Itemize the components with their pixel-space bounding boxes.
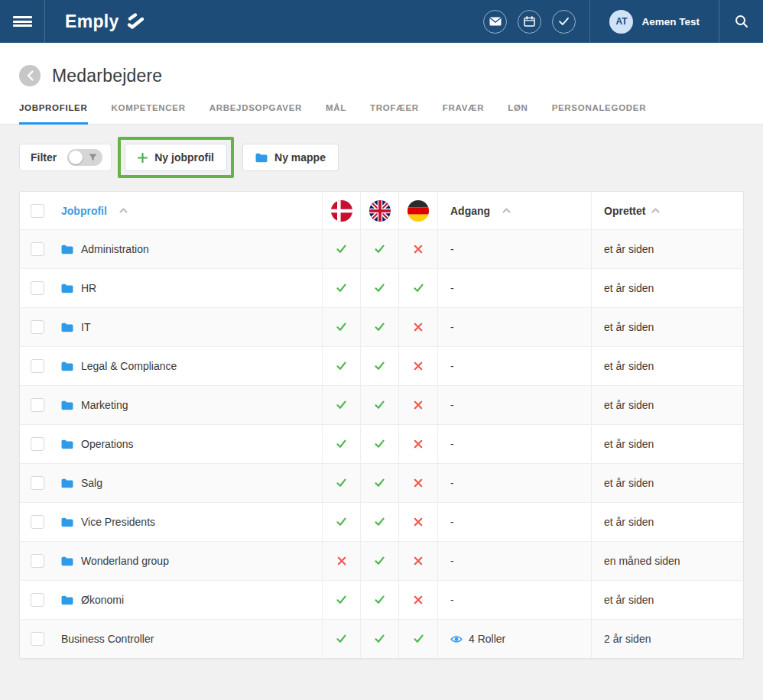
row-created: et år siden	[604, 282, 654, 294]
check-icon	[558, 17, 570, 26]
row-checkbox[interactable]	[31, 554, 44, 568]
row-label: Marketing	[81, 399, 128, 411]
row-checkbox[interactable]	[31, 242, 44, 256]
folder-icon	[61, 400, 73, 410]
new-jobprofile-button[interactable]: Ny jobprofil	[125, 144, 227, 171]
row-checkbox[interactable]	[31, 476, 44, 490]
calendar-icon	[524, 16, 535, 27]
hamburger-menu-button[interactable]	[0, 0, 44, 43]
mail-button[interactable]	[483, 10, 507, 34]
search-icon	[735, 15, 748, 28]
row-access: -	[450, 360, 454, 372]
row-checkbox[interactable]	[31, 398, 44, 412]
filter-toggle[interactable]	[67, 149, 102, 166]
check-icon	[336, 517, 346, 527]
row-created: et år siden	[604, 321, 654, 333]
language-status-uk	[360, 386, 398, 424]
funnel-icon	[89, 154, 97, 161]
tab-arbejdsopgaver[interactable]: ARBEJDSOPGAVER	[209, 103, 302, 125]
row-label: Økonomi	[81, 594, 124, 606]
table-row[interactable]: Vice Presidents - et år siden	[20, 502, 743, 541]
row-checkbox[interactable]	[31, 359, 44, 373]
row-access: -	[450, 399, 454, 411]
language-status-germany	[398, 581, 437, 619]
cross-icon	[414, 400, 423, 410]
jobprofiles-table: Jobprofil Adgang	[19, 191, 744, 659]
check-icon	[336, 284, 346, 293]
cross-icon	[414, 517, 423, 527]
avatar: AT	[609, 10, 633, 34]
row-label: Business Controller	[61, 633, 154, 645]
table-row[interactable]: IT - et år siden	[20, 307, 743, 346]
row-checkbox[interactable]	[31, 320, 44, 334]
language-status-germany	[398, 503, 437, 541]
language-status-germany	[398, 347, 437, 385]
back-button[interactable]	[19, 65, 41, 86]
language-status-germany	[398, 620, 437, 658]
tab-personalegoder[interactable]: PERSONALEGODER	[552, 103, 647, 125]
column-header-jobprofil[interactable]: Jobprofil	[54, 192, 322, 229]
row-checkbox[interactable]	[31, 632, 44, 646]
language-status-denmark	[322, 542, 360, 580]
tasks-button[interactable]	[552, 10, 576, 34]
language-status-germany	[398, 542, 437, 580]
tab-lon[interactable]: LØN	[508, 103, 528, 125]
user-name: Aemen Test	[641, 16, 700, 28]
user-menu[interactable]: AT Aemen Test	[590, 0, 719, 43]
logo-mark-icon	[125, 12, 145, 31]
app-logo[interactable]: Emply	[65, 0, 145, 43]
row-label: Administration	[81, 243, 149, 255]
tab-kompetencer[interactable]: KOMPETENCER	[112, 103, 186, 125]
tab-mal[interactable]: MÅL	[326, 103, 346, 125]
sort-caret-icon	[119, 208, 128, 213]
row-checkbox[interactable]	[31, 593, 44, 607]
topbar: Emply AT Aemen Test	[0, 0, 763, 43]
folder-icon	[61, 556, 73, 566]
table-row[interactable]: Marketing - et år siden	[20, 385, 743, 424]
row-access: -	[450, 321, 454, 333]
row-checkbox[interactable]	[31, 281, 44, 295]
row-created: et år siden	[604, 516, 654, 528]
select-all-checkbox[interactable]	[31, 204, 44, 218]
cross-icon	[414, 556, 423, 566]
new-folder-button[interactable]: Ny mappe	[242, 144, 339, 171]
check-icon	[375, 478, 385, 488]
row-label: Wonderland group	[81, 555, 169, 567]
table-row[interactable]: Operations - et år siden	[20, 424, 743, 463]
tab-trofaeer[interactable]: TROFÆER	[370, 103, 419, 125]
column-header-adgang[interactable]: Adgang	[437, 192, 591, 229]
row-access: 4 Roller	[469, 633, 505, 645]
main-content: Filter Ny jobprofil Ny mappe	[0, 125, 763, 659]
eye-icon	[450, 635, 463, 643]
table-row[interactable]: Legal & Compliance - et år siden	[20, 346, 743, 385]
row-checkbox[interactable]	[31, 437, 44, 451]
logo-text: Emply	[65, 11, 119, 32]
tab-fravaer[interactable]: FRAVÆR	[443, 103, 484, 125]
table-row[interactable]: Økonomi - et år siden	[20, 580, 743, 619]
row-access: -	[450, 555, 454, 567]
search-button[interactable]	[719, 0, 763, 43]
calendar-button[interactable]	[518, 10, 541, 34]
column-header-oprettet[interactable]: Oprettet	[591, 192, 743, 229]
sort-caret-icon	[651, 208, 660, 213]
language-status-germany	[398, 269, 437, 307]
language-status-denmark	[322, 347, 360, 385]
check-icon	[375, 284, 385, 293]
topbar-divider	[44, 0, 45, 43]
table-row[interactable]: Business Controller 4 Roller 2 år siden	[20, 619, 743, 658]
table-row[interactable]: Administration - et år siden	[20, 229, 743, 268]
table-row[interactable]: HR - et år siden	[20, 268, 743, 307]
chevron-left-icon	[27, 70, 34, 81]
check-icon	[336, 478, 346, 488]
row-created: en måned siden	[604, 555, 680, 567]
table-row[interactable]: Salg - et år siden	[20, 463, 743, 502]
tab-jobprofiler[interactable]: JOBPROFILER	[19, 103, 88, 125]
language-status-uk	[360, 425, 398, 463]
column-header-flag-denmark	[322, 192, 360, 229]
row-checkbox[interactable]	[31, 515, 44, 529]
folder-icon	[61, 245, 73, 254]
row-label: Vice Presidents	[81, 516, 155, 528]
row-created: 2 år siden	[604, 633, 651, 645]
table-row[interactable]: Wonderland group - en måned siden	[20, 541, 743, 580]
cross-icon	[414, 478, 423, 488]
